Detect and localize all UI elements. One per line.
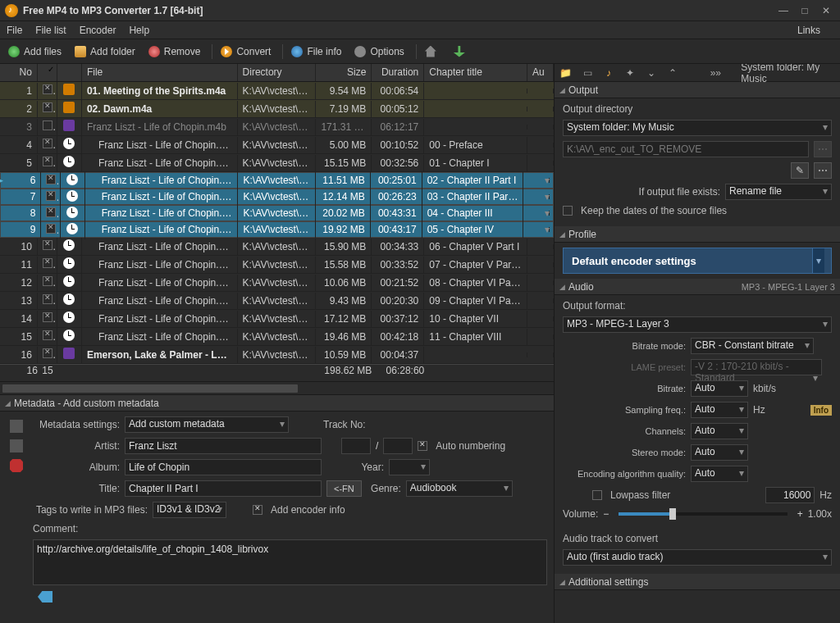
maximize-icon[interactable]: □	[796, 4, 814, 17]
row-check[interactable]	[43, 330, 52, 340]
genre-select[interactable]: Audiobook	[406, 480, 513, 497]
col-audio[interactable]: Au	[527, 64, 554, 81]
audio-section-head[interactable]: AudioMP3 - MPEG-1 Layer 3	[555, 279, 840, 295]
menu-encoder[interactable]: Encoder	[80, 25, 116, 36]
row-check[interactable]	[43, 312, 52, 322]
chevron-down-icon[interactable]: ⌄	[646, 66, 657, 80]
row-check[interactable]	[46, 207, 56, 217]
clear-tags-icon[interactable]	[10, 459, 23, 472]
table-row[interactable]: 10Franz Liszt - Life of Chopin.m4bK:\AV\…	[0, 238, 554, 256]
h-scrollbar[interactable]	[0, 382, 554, 395]
col-size[interactable]: Size	[316, 64, 372, 81]
add-folder-button[interactable]: Add folder	[70, 43, 140, 60]
chevron-up-icon[interactable]: ⌃	[667, 66, 678, 80]
bitrate-mode-select[interactable]: CBR - Constant bitrate	[691, 338, 814, 354]
table-row[interactable]: 16Emerson, Lake & Palmer - Lucky Ma...K:…	[0, 346, 554, 364]
file-info-button[interactable]: File info	[286, 43, 346, 60]
col-dur[interactable]: Duration	[372, 64, 424, 81]
table-row[interactable]: 13Franz Liszt - Life of Chopin.m4bK:\AV\…	[0, 292, 554, 310]
tags-select[interactable]: ID3v1 & ID3v2	[153, 502, 226, 518]
table-row[interactable]: 8Franz Liszt - Life of Chopin.m4bK:\AV\v…	[0, 205, 554, 221]
row-check[interactable]	[43, 84, 52, 94]
bitrate-select[interactable]: Auto	[691, 380, 748, 397]
trackno-input[interactable]	[341, 438, 371, 454]
tag-icon[interactable]	[38, 591, 52, 603]
artist-input[interactable]	[125, 438, 322, 454]
more-path-icon[interactable]: ⋯	[814, 162, 832, 179]
music-tab-icon[interactable]: ♪	[603, 66, 614, 80]
row-check[interactable]	[46, 224, 56, 234]
table-row[interactable]: 9Franz Liszt - Life of Chopin.m4bK:\AV\v…	[0, 221, 554, 238]
auto-numbering-check[interactable]: ✕	[418, 441, 427, 451]
menu-filelist[interactable]: File list	[35, 25, 66, 36]
output-format-select[interactable]: MP3 - MPEG-1 Layer 3	[563, 316, 832, 333]
info-badge[interactable]: Info	[810, 405, 832, 416]
tracktotal-input[interactable]	[383, 438, 413, 454]
row-check[interactable]	[43, 294, 52, 304]
table-row[interactable]: 11Franz Liszt - Life of Chopin.m4bK:\AV\…	[0, 256, 554, 274]
keep-dates-check[interactable]	[563, 206, 573, 216]
if-exists-select[interactable]: Rename file	[725, 184, 832, 200]
album-input[interactable]	[125, 459, 322, 475]
comment-input[interactable]	[33, 539, 547, 585]
row-check[interactable]	[46, 191, 56, 201]
row-check[interactable]	[43, 121, 52, 130]
col-file[interactable]: File	[82, 64, 238, 81]
year-select[interactable]	[389, 459, 430, 475]
paste-tags-icon[interactable]	[10, 439, 23, 452]
metadata-settings-select[interactable]: Add custom metadata	[125, 416, 289, 433]
channels-select[interactable]: Auto	[691, 423, 748, 439]
close-icon[interactable]: ✕	[817, 4, 835, 17]
add-files-button[interactable]: Add files	[3, 43, 66, 60]
sampling-select[interactable]: Auto	[691, 402, 748, 418]
menu-file[interactable]: File	[7, 25, 22, 36]
table-row[interactable]: 14Franz Liszt - Life of Chopin.m4bK:\AV\…	[0, 310, 554, 328]
options-button[interactable]: Options	[349, 43, 409, 60]
col-chapter[interactable]: Chapter title	[424, 64, 527, 81]
profile-section-head[interactable]: Profile	[555, 226, 840, 243]
row-check[interactable]	[43, 348, 52, 358]
menu-links[interactable]: Links	[797, 25, 820, 36]
convert-button[interactable]: Convert	[216, 43, 276, 60]
row-check[interactable]	[46, 175, 56, 184]
fn-button[interactable]: <-FN	[326, 480, 362, 497]
row-check[interactable]	[43, 258, 52, 268]
row-check[interactable]	[43, 157, 52, 166]
row-check[interactable]	[43, 139, 52, 148]
edit-path-icon[interactable]: ✎	[791, 162, 809, 179]
home-button[interactable]	[420, 43, 445, 60]
vol-plus-icon[interactable]: +	[797, 508, 803, 520]
pin-button[interactable]	[449, 43, 474, 60]
col-check[interactable]: ✓	[38, 64, 57, 81]
lowpass-check[interactable]	[592, 490, 602, 500]
table-row[interactable]: 101. Meeting of the Spirits.m4aK:\AV\vct…	[0, 82, 554, 100]
table-row[interactable]: 12Franz Liszt - Life of Chopin.m4bK:\AV\…	[0, 274, 554, 292]
profile-select[interactable]: Default encoder settings	[563, 248, 832, 274]
table-row[interactable]: 7Franz Liszt - Life of Chopin.m4bK:\AV\v…	[0, 189, 554, 205]
lowpass-input[interactable]	[765, 487, 815, 503]
vol-minus-icon[interactable]: −	[603, 508, 609, 520]
col-dir[interactable]: Directory	[238, 64, 317, 81]
volume-slider[interactable]	[619, 512, 787, 516]
table-row[interactable]: 6Franz Liszt - Life of Chopin.m4bK:\AV\v…	[0, 172, 554, 189]
col-no[interactable]: No	[0, 64, 38, 81]
row-check[interactable]	[43, 240, 52, 250]
table-row[interactable]: 5Franz Liszt - Life of Chopin.m4bK:\AV\v…	[0, 154, 554, 172]
output-section-head[interactable]: Output	[555, 82, 840, 98]
folder-tab-icon[interactable]: 📁	[559, 66, 572, 80]
row-check[interactable]	[43, 102, 52, 112]
add-encoder-info-check[interactable]: ✕	[253, 505, 262, 515]
table-row[interactable]: 4Franz Liszt - Life of Chopin.m4bK:\AV\v…	[0, 136, 554, 154]
eaq-select[interactable]: Auto	[691, 466, 748, 482]
menu-help[interactable]: Help	[129, 25, 149, 36]
metadata-header[interactable]: Metadata - Add custom metadata	[0, 395, 554, 412]
additional-settings-head[interactable]: Additional settings	[555, 574, 840, 590]
output-dir-select[interactable]: System folder: My Music	[563, 120, 832, 136]
row-check[interactable]	[43, 276, 52, 286]
expand-icon[interactable]: »»	[710, 66, 721, 80]
remove-button[interactable]: Remove	[144, 43, 206, 60]
stereo-select[interactable]: Auto	[691, 444, 748, 461]
copy-tags-icon[interactable]	[10, 420, 23, 433]
table-row[interactable]: 202. Dawn.m4aK:\AV\vctest\m4a7.19 MB00:0…	[0, 100, 554, 118]
table-row[interactable]: 15Franz Liszt - Life of Chopin.m4bK:\AV\…	[0, 328, 554, 346]
